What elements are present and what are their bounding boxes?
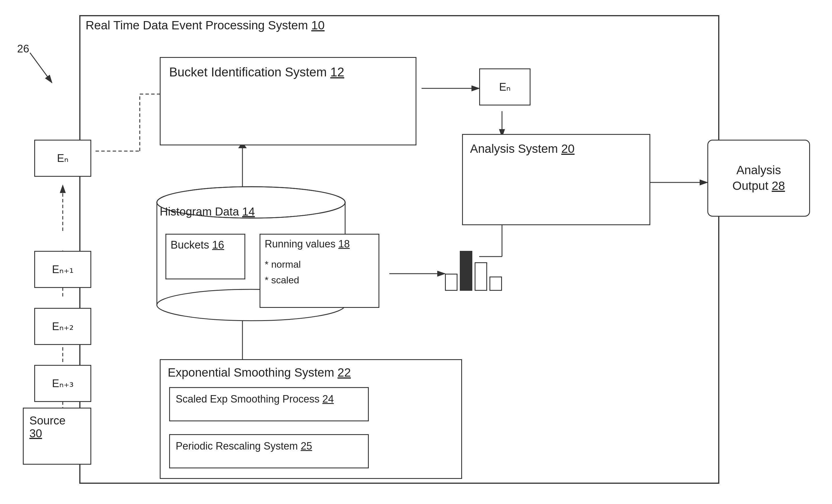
- en-label-right: Eₙ: [499, 81, 511, 93]
- source-label: Source 30: [29, 414, 66, 440]
- bar1: [445, 274, 458, 291]
- label-26: 26: [17, 43, 29, 55]
- running-values-box: Running values 18 * normal * scaled: [260, 234, 379, 308]
- buckets-label: Buckets 16: [171, 239, 224, 251]
- outer-box-label: Real Time Data Event Processing System 1…: [85, 19, 324, 32]
- buckets-box: Buckets 16: [165, 234, 245, 280]
- histogram-data-label: Histogram Data 14: [160, 205, 255, 218]
- en2-label: Eₙ₊₂: [52, 320, 73, 333]
- running-normal: * normal: [265, 259, 301, 270]
- en3-label: Eₙ₊₃: [52, 377, 73, 390]
- bucket-id-label: Bucket Identification System 12: [169, 65, 344, 79]
- running-scaled: * scaled: [265, 274, 299, 286]
- en1-box: Eₙ₊₁: [34, 251, 91, 288]
- diagram: 26 Source 30 Eₙ₊₃ Eₙ₊₂ Eₙ₊₁ Eₙ Real Time…: [0, 0, 832, 504]
- periodic-rescaling-label: Periodic Rescaling System 25: [176, 440, 312, 452]
- en1-label: Eₙ₊₁: [52, 263, 73, 276]
- exp-smoothing-box: Exponential Smoothing System 22 Scaled E…: [160, 359, 462, 479]
- source-box: Source 30: [23, 408, 91, 465]
- en2-box: Eₙ₊₂: [34, 308, 91, 345]
- bar3: [475, 262, 487, 291]
- bar4: [490, 276, 502, 291]
- scaled-exp-label: Scaled Exp Smoothing Process 24: [176, 393, 334, 405]
- periodic-rescaling-box: Periodic Rescaling System 25: [169, 434, 369, 468]
- analysis-system-box: Analysis System 20: [462, 134, 650, 225]
- running-values-label: Running values 18: [265, 238, 350, 250]
- histogram-chart: [445, 234, 502, 291]
- bar2: [460, 251, 472, 291]
- analysis-output-box: AnalysisOutput 28: [707, 140, 810, 217]
- en-box-left: Eₙ: [34, 140, 91, 177]
- svg-line-3: [30, 53, 52, 83]
- en3-box: Eₙ₊₃: [34, 365, 91, 402]
- exp-smoothing-label: Exponential Smoothing System 22: [168, 366, 351, 379]
- bucket-id-box: Bucket Identification System 12: [160, 57, 416, 145]
- analysis-system-label: Analysis System 20: [470, 142, 574, 156]
- scaled-exp-box: Scaled Exp Smoothing Process 24: [169, 387, 369, 421]
- analysis-output-label: AnalysisOutput 28: [732, 162, 785, 193]
- en-label-left: Eₙ: [57, 152, 69, 164]
- en-box-right: Eₙ: [479, 69, 530, 105]
